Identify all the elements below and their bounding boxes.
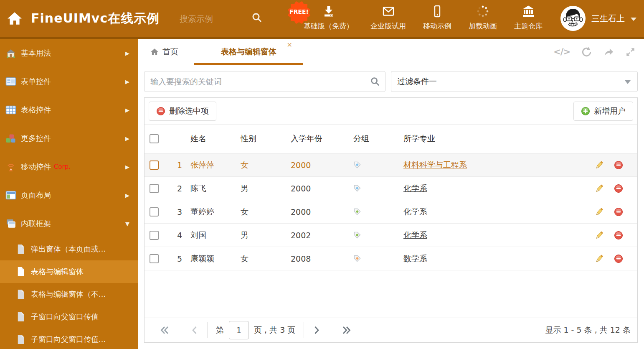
row-checkbox[interactable] xyxy=(150,184,159,193)
table-row[interactable]: 4 刘国 男 2002 化学系 xyxy=(145,224,637,247)
sidebar-item-inline-frame[interactable]: 内联框架 ▼ xyxy=(0,209,138,238)
column-gender: 性别 xyxy=(235,133,285,144)
filter-row: 过滤条件一 xyxy=(144,71,638,92)
cell-gender: 女 xyxy=(235,206,285,217)
close-icon[interactable]: ✕ xyxy=(287,42,292,48)
pagination-bar: 第 页 , 共 3 页 显示 1 - 5 条 , 共 12 条 xyxy=(145,318,637,342)
view-source-icon[interactable]: </> xyxy=(553,47,570,57)
header-search-icon[interactable] xyxy=(251,12,262,23)
grid-empty-space xyxy=(145,270,637,318)
prev-page-icon[interactable] xyxy=(190,324,199,336)
cell-name: 董婷婷 xyxy=(185,206,235,217)
document-icon xyxy=(17,312,25,322)
sidebar-item-grid-controls[interactable]: 表格控件 ▶ xyxy=(0,96,138,124)
sidebar-item-basic-usage[interactable]: 基本用法 ▶ xyxy=(0,39,138,67)
select-all-checkbox[interactable] xyxy=(150,134,159,143)
delete-icon[interactable] xyxy=(614,254,623,263)
grid-panel: 删除选中项 新增用户 姓名 性别 入学年份 分组 所学专业 xyxy=(144,97,638,343)
user-menu[interactable]: 三生石上 xyxy=(560,6,636,31)
sidebar-subitem-child-to-parent-2[interactable]: 子窗口向父窗口传值... xyxy=(0,328,138,349)
last-page-icon[interactable] xyxy=(340,324,352,336)
first-page-icon[interactable] xyxy=(159,324,171,336)
form-icon xyxy=(5,76,16,87)
envelope-icon xyxy=(382,5,395,18)
nav-theme-repo[interactable]: 主题仓库 xyxy=(514,5,543,31)
document-icon xyxy=(17,267,25,277)
table-row[interactable]: 5 康颖颖 女 2008 数学系 xyxy=(145,247,637,270)
house-icon xyxy=(5,48,16,59)
row-checkbox[interactable] xyxy=(150,207,159,217)
sidebar-subitem-grid-edit-window-2[interactable]: 表格与编辑窗体（不... xyxy=(0,283,138,306)
filter-dropdown[interactable]: 过滤条件一 xyxy=(391,71,638,92)
table-icon xyxy=(5,104,16,115)
edit-icon[interactable] xyxy=(595,254,604,263)
delete-icon[interactable] xyxy=(614,160,623,170)
delete-icon[interactable] xyxy=(614,184,623,193)
row-number: 1 xyxy=(168,160,185,170)
keyword-search xyxy=(144,71,385,92)
edit-icon[interactable] xyxy=(595,231,604,240)
edit-icon[interactable] xyxy=(595,207,604,217)
table-row[interactable]: 2 陈飞 男 2000 化学系 xyxy=(145,177,637,200)
search-icon[interactable] xyxy=(370,76,380,87)
nav-label: 基础版（免费） xyxy=(304,21,353,31)
table-row[interactable]: 1 张萍萍 女 2000 材料科学与工程系 xyxy=(145,153,637,177)
home-icon[interactable] xyxy=(7,11,23,25)
delete-selected-button[interactable]: 删除选中项 xyxy=(149,102,216,121)
row-checkbox[interactable] xyxy=(150,160,159,170)
sidebar-subitem-child-to-parent[interactable]: 子窗口向父窗口传值 xyxy=(0,306,138,328)
expand-icon[interactable] xyxy=(625,47,636,57)
row-checkbox[interactable] xyxy=(150,254,159,263)
delete-icon[interactable] xyxy=(614,231,623,240)
tab-toolbar: </> xyxy=(553,39,636,65)
download-icon xyxy=(322,5,335,18)
refresh-icon[interactable] xyxy=(581,46,592,58)
cell-gender: 女 xyxy=(235,253,285,264)
sidebar-subitem-popup-window[interactable]: 弹出窗体（本页面或... xyxy=(0,238,138,260)
add-user-button[interactable]: 新增用户 xyxy=(573,102,633,121)
next-page-icon[interactable] xyxy=(312,324,321,336)
grid-toolbar: 删除选中项 新增用户 xyxy=(145,98,637,125)
tab-home[interactable]: 首页 xyxy=(145,39,184,65)
sidebar-item-more-controls[interactable]: 更多控件 ▶ xyxy=(0,124,138,153)
header-search-input[interactable] xyxy=(179,10,247,28)
share-icon[interactable] xyxy=(603,46,614,58)
plus-circle-icon xyxy=(581,107,590,116)
delete-icon[interactable] xyxy=(614,207,623,217)
major-link[interactable]: 材料科学与工程系 xyxy=(403,160,467,171)
cell-year: 2002 xyxy=(285,231,347,240)
cell-year: 2000 xyxy=(285,160,347,170)
nav-mobile-demo[interactable]: 移动示例 xyxy=(423,5,451,31)
sidebar-item-mobile-controls[interactable]: 移动控件 Corp. ▶ xyxy=(0,153,138,181)
sidebar-item-page-layout[interactable]: 页面布局 ▶ xyxy=(0,181,138,209)
major-link[interactable]: 化学系 xyxy=(403,206,427,217)
page-number-input[interactable] xyxy=(229,321,249,339)
sidebar-subitem-label: 表格与编辑窗体 xyxy=(31,267,84,277)
chevron-down-icon: ▼ xyxy=(125,221,129,227)
cell-gender: 女 xyxy=(235,160,285,171)
major-link[interactable]: 数学系 xyxy=(403,253,427,264)
nav-enterprise-trial[interactable]: 企业版试用 xyxy=(370,5,406,31)
row-number: 4 xyxy=(168,231,185,240)
nav-basic-free[interactable]: 基础版（免费） xyxy=(304,5,353,31)
keyword-search-input[interactable] xyxy=(144,71,385,92)
cell-name: 陈飞 xyxy=(185,183,235,194)
user-name: 三生石上 xyxy=(591,13,625,24)
table-row[interactable]: 3 董婷婷 女 2000 化学系 xyxy=(145,200,637,224)
chevron-right-icon: ▶ xyxy=(125,164,129,170)
sidebar-subitem-label: 子窗口向父窗口传值... xyxy=(31,334,106,344)
row-checkbox[interactable] xyxy=(150,231,159,240)
sidebar-subitem-grid-edit-window[interactable]: 表格与编辑窗体 xyxy=(0,260,138,283)
spinner-icon xyxy=(476,5,489,18)
sidebar-item-form-controls[interactable]: 表单控件 ▶ xyxy=(0,67,138,96)
chevron-down-icon xyxy=(631,18,636,21)
nav-loading-animation[interactable]: 加载动画 xyxy=(469,5,497,31)
chevron-right-icon: ▶ xyxy=(125,50,129,56)
tab-grid-edit-window[interactable]: 表格与编辑窗体 ✕ xyxy=(194,39,303,65)
edit-icon[interactable] xyxy=(595,160,604,170)
major-link[interactable]: 化学系 xyxy=(403,183,427,194)
major-link[interactable]: 化学系 xyxy=(403,230,427,241)
edit-icon[interactable] xyxy=(595,184,604,193)
sidebar-subitem-label: 表格与编辑窗体（不... xyxy=(31,289,106,299)
sidebar-item-label: 表单控件 xyxy=(21,76,51,87)
